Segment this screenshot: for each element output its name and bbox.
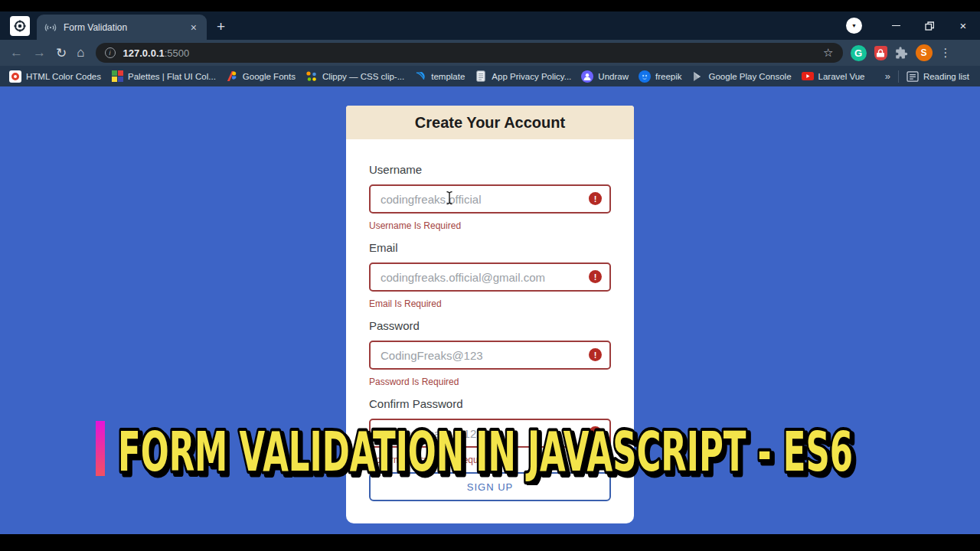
bookmark-template[interactable]: template (414, 70, 465, 83)
browser-tab[interactable]: Form Validation × (37, 15, 207, 40)
password-error: Password Is Required (369, 377, 611, 388)
document-icon (475, 70, 487, 83)
reading-list-button[interactable]: Reading list (906, 70, 969, 83)
url-port: :5500 (165, 47, 190, 59)
text-cursor-icon (446, 191, 453, 205)
bookmark-label: freepik (655, 72, 682, 81)
username-error: Username Is Required (369, 220, 611, 232)
youtube-icon (802, 70, 814, 83)
extensions-puzzle-icon[interactable] (895, 47, 908, 60)
html-color-codes-icon (9, 70, 21, 83)
bookmark-label: Laravel Vue (818, 72, 865, 81)
bookmark-html-color-codes[interactable]: HTML Color Codes (9, 70, 101, 83)
email-error: Email Is Required (369, 298, 611, 310)
password-label: Password (369, 318, 611, 333)
browser-menu-icon[interactable]: ⋮ (940, 46, 952, 60)
browser-toolbar: ← → ↻ ⌂ i 127.0.0.1 :5500 ☆ G S ⋮ (0, 40, 980, 66)
home-icon[interactable]: ⌂ (77, 45, 84, 60)
error-icon: ! (589, 192, 602, 205)
tab-close-icon[interactable]: × (188, 21, 199, 34)
new-tab-button[interactable]: + (217, 18, 225, 35)
forward-icon[interactable]: → (33, 45, 46, 60)
address-bar[interactable]: i 127.0.0.1 :5500 ☆ (96, 43, 843, 63)
bookmark-freepik[interactable]: freepik (639, 70, 682, 83)
bookmark-palettes[interactable]: Palettes | Flat UI Col... (111, 70, 216, 83)
bookmarks-bar: HTML Color Codes Palettes | Flat UI Col.… (0, 66, 980, 86)
card-header: Create Your Account (346, 106, 634, 139)
reload-icon[interactable]: ↻ (56, 45, 67, 61)
email-input[interactable] (369, 262, 611, 292)
profile-avatar[interactable]: S (916, 44, 933, 61)
restore-icon (925, 21, 934, 31)
letterbox-top (0, 0, 980, 11)
bookmark-star-icon[interactable]: ☆ (823, 46, 833, 60)
caption-accent-bar (96, 421, 105, 476)
bookmark-label: HTML Color Codes (26, 72, 101, 81)
palettes-icon (111, 70, 123, 83)
site-info-icon[interactable]: i (105, 47, 116, 58)
bookmark-label: Undraw (598, 72, 629, 81)
close-icon: × (960, 19, 967, 32)
bookmark-label: Google Fonts (243, 72, 296, 81)
divider (898, 70, 899, 83)
lock-icon (877, 49, 884, 57)
username-input[interactable] (369, 184, 611, 214)
caption-text: FORM VALIDATION IN JAVASCRIPT - ES6 (118, 419, 853, 484)
reading-list-icon (906, 70, 919, 83)
video-caption: FORM VALIDATION IN JAVASCRIPT - ES6 FORM… (112, 418, 864, 485)
bookmark-google-fonts[interactable]: Google Fonts (226, 70, 296, 83)
bookmark-label: template (431, 72, 465, 81)
clippy-icon (305, 70, 318, 83)
undraw-icon (581, 70, 593, 83)
browser-titlebar: Form Validation × + ▼ × (0, 11, 980, 40)
grammarly-extension-icon[interactable]: G (851, 45, 867, 61)
app-icon (10, 16, 30, 36)
reading-list-label: Reading list (923, 72, 969, 81)
freepik-icon (639, 70, 651, 83)
bookmark-label: Google Play Console (709, 72, 792, 81)
bookmark-undraw[interactable]: Undraw (581, 70, 629, 83)
bookmark-app-privacy-policy[interactable]: App Privacy Policy... (475, 70, 571, 83)
bookmark-google-play-console[interactable]: Google Play Console (692, 70, 792, 83)
close-window-button[interactable]: × (946, 11, 980, 40)
back-icon[interactable]: ← (10, 45, 23, 60)
error-icon: ! (589, 348, 602, 361)
google-fonts-icon (226, 70, 238, 83)
username-label: Username (369, 162, 611, 177)
bookmarks-overflow-icon[interactable]: » (885, 70, 890, 82)
bookmark-label: Palettes | Flat UI Col... (128, 72, 216, 81)
minimize-button[interactable] (879, 11, 913, 40)
password-input[interactable] (369, 341, 611, 370)
letterbox-bottom (0, 534, 980, 551)
confirm-password-label: Confirm Password (369, 396, 611, 411)
target-icon (13, 19, 27, 33)
chevron-down-icon: ▼ (851, 23, 857, 28)
media-controls-button[interactable]: ▼ (846, 18, 862, 34)
bookmark-label: App Privacy Policy... (492, 72, 571, 81)
bookmark-laravel-vue[interactable]: Laravel Vue (802, 70, 865, 83)
url-host: 127.0.0.1 (123, 47, 165, 59)
restore-button[interactable] (913, 11, 946, 40)
bookmark-label: Clippy — CSS clip-... (322, 72, 404, 81)
template-icon (414, 70, 426, 83)
bookmark-clippy[interactable]: Clippy — CSS clip-... (305, 70, 404, 83)
error-icon: ! (589, 270, 602, 283)
email-label: Email (369, 240, 611, 255)
screen: Form Validation × + ▼ × ← → ↻ ⌂ i 127.0.… (0, 0, 980, 551)
adblock-shield-icon[interactable] (874, 46, 887, 60)
tab-title: Form Validation (64, 22, 188, 33)
play-console-icon (692, 70, 704, 83)
minimize-icon (892, 25, 900, 26)
live-server-favicon-icon (44, 21, 57, 34)
